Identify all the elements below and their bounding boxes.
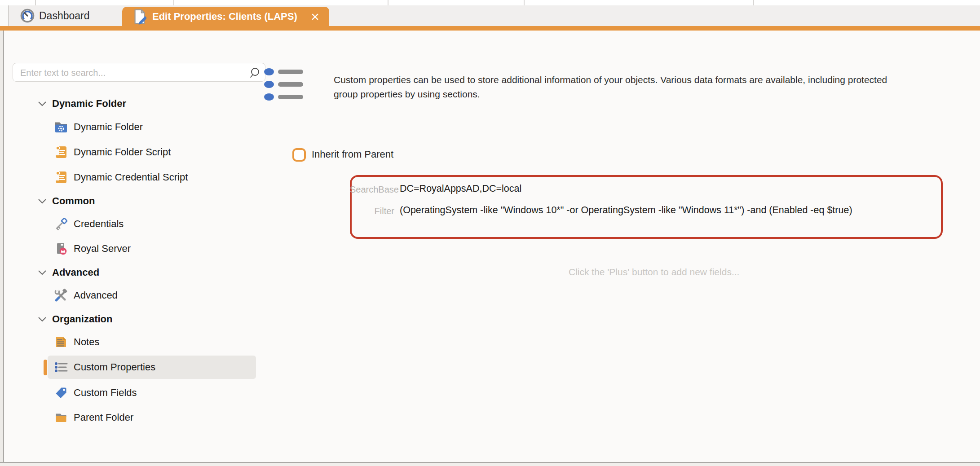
tab-edit-properties[interactable]: Edit Properties: Clients (LAPS) × <box>122 7 329 26</box>
item-label: Dynamic Folder <box>74 121 143 133</box>
sidebar-group-organization[interactable]: Organization <box>38 309 112 329</box>
script-icon <box>54 171 68 184</box>
window-left-gutter <box>0 31 3 462</box>
royal-server-icon <box>54 242 68 255</box>
sidebar-group-dynamic-folder[interactable]: Dynamic Folder <box>38 94 126 114</box>
sidebar-item-royal-server[interactable]: Royal Server <box>54 239 131 259</box>
ribbon-separator <box>173 0 174 5</box>
window-left-edge <box>3 31 4 462</box>
document-pencil-icon <box>132 9 146 25</box>
tab-dashboard[interactable]: Dashboard <box>10 5 100 26</box>
sidebar-item-notes[interactable]: Notes <box>54 332 99 352</box>
group-label: Common <box>52 195 95 207</box>
sidebar-item-custom-fields[interactable]: Custom Fields <box>54 383 137 403</box>
item-label: Custom Properties <box>74 361 155 373</box>
window-top-strip <box>0 0 980 5</box>
chevron-down-icon <box>38 270 47 275</box>
selected-item-accent-bar <box>44 360 47 375</box>
ribbon-separator <box>35 0 36 5</box>
inherit-from-parent-label: Inherit from Parent <box>312 149 393 160</box>
folder-icon <box>54 412 68 423</box>
tab-edit-properties-label: Edit Properties: Clients (LAPS) <box>152 11 297 22</box>
sidebar-search-box <box>13 63 265 82</box>
chevron-down-icon <box>38 101 47 106</box>
sidebar-item-custom-properties[interactable]: Custom Properties <box>54 357 155 377</box>
sidebar-item-credentials[interactable]: Credentials <box>54 214 124 234</box>
field-name-filter: Filter <box>350 206 394 216</box>
description-line2: group properties by using sections. <box>334 89 480 100</box>
window-bottom-gutter <box>0 463 980 466</box>
ribbon-separator <box>524 0 525 5</box>
ribbon-separator <box>753 0 754 5</box>
gauge-icon <box>20 8 35 23</box>
edit-properties-window: Dashboard Edit Properties: Clients (LAPS… <box>0 0 980 466</box>
item-label: Parent Folder <box>74 412 133 423</box>
close-icon[interactable]: × <box>311 10 319 23</box>
group-label: Advanced <box>52 267 99 278</box>
sidebar-item-dynamic-credential-script[interactable]: Dynamic Credential Script <box>54 167 188 187</box>
sidebar-item-dynamic-folder[interactable]: Dynamic Folder <box>54 117 143 137</box>
tag-icon <box>54 387 68 399</box>
dynamic-folder-icon <box>54 121 68 133</box>
sidebar-item-parent-folder[interactable]: Parent Folder <box>54 408 133 427</box>
inherit-from-parent-checkbox[interactable] <box>292 148 306 162</box>
tools-icon <box>54 289 68 302</box>
search-icon[interactable] <box>249 67 260 80</box>
group-label: Organization <box>52 313 112 325</box>
sidebar-group-advanced[interactable]: Advanced <box>38 263 99 282</box>
item-label: Dynamic Folder Script <box>74 146 171 158</box>
custom-properties-info-icon <box>264 68 303 106</box>
field-value-searchbase[interactable]: DC=RoyalAppsAD,DC=local <box>400 183 521 194</box>
item-label: Advanced <box>74 290 118 301</box>
field-value-filter[interactable]: (OperatingSystem -like "Windows 10*" -or… <box>400 205 852 216</box>
add-fields-hint: Click the 'Plus' button to add new field… <box>569 267 739 277</box>
sidebar-item-dynamic-folder-script[interactable]: Dynamic Folder Script <box>54 142 171 162</box>
script-icon <box>54 145 68 159</box>
description-line1: Custom properties can be used to store a… <box>334 75 887 85</box>
key-icon <box>54 218 68 230</box>
item-label: Notes <box>74 336 99 348</box>
search-input[interactable] <box>19 66 246 80</box>
sidebar-item-advanced[interactable]: Advanced <box>54 286 118 305</box>
sidebar-group-common[interactable]: Common <box>38 191 95 211</box>
field-name-searchbase: SearchBase <box>350 185 394 195</box>
chevron-down-icon <box>38 198 47 204</box>
tab-bar-left-pad <box>0 5 8 26</box>
item-label: Royal Server <box>74 243 131 255</box>
item-label: Credentials <box>74 218 124 230</box>
tab-dashboard-label: Dashboard <box>39 10 90 22</box>
active-tab-underline <box>0 26 980 31</box>
group-label: Dynamic Folder <box>52 98 126 110</box>
window-left-border <box>8 5 9 26</box>
item-label: Custom Fields <box>74 387 137 399</box>
list-icon <box>54 361 68 373</box>
chevron-down-icon <box>38 317 47 322</box>
ribbon-separator <box>388 0 388 5</box>
item-label: Dynamic Credential Script <box>74 171 188 183</box>
notes-icon <box>54 336 68 348</box>
